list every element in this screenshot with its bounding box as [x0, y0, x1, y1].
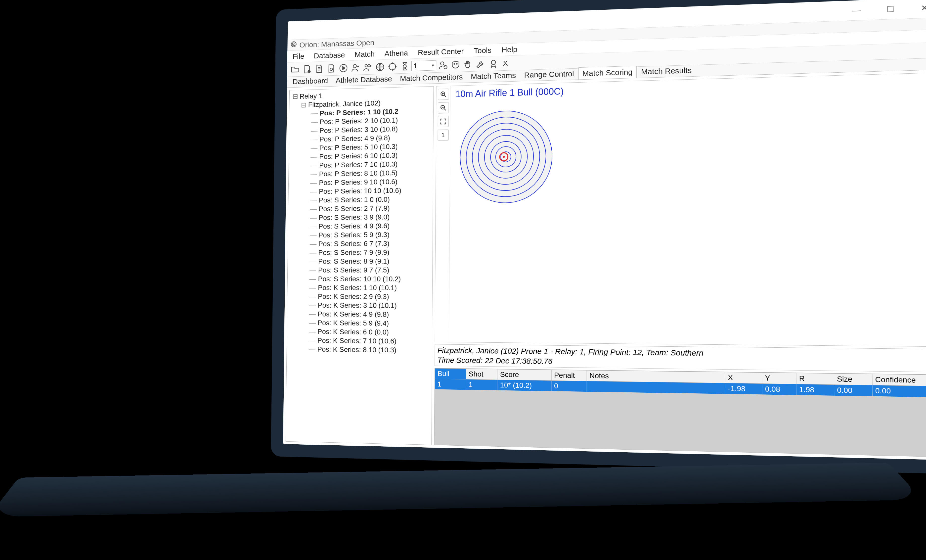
svg-point-4 [330, 68, 333, 70]
open-folder-icon[interactable] [290, 64, 301, 75]
badge-icon[interactable] [487, 58, 499, 70]
tree-shot-item[interactable]: Pos: K Series: 7 10 (10.6) [318, 336, 396, 345]
user-add-icon[interactable] [350, 62, 362, 73]
grid-header-size[interactable]: Size [834, 374, 872, 385]
shot-grid[interactable]: BullShotScorePenaltNotesXYRSizeConfidenc… [434, 368, 926, 457]
tab-match-scoring[interactable]: Match Scoring [578, 66, 637, 79]
tree-root-label[interactable]: Relay 1 [300, 92, 322, 100]
target-icon [291, 41, 297, 50]
tab-match-competitors[interactable]: Match Competitors [396, 71, 467, 84]
tab-dashboard[interactable]: Dashboard [289, 74, 331, 87]
toolbar-x-label: X [503, 59, 508, 67]
grid-header-score[interactable]: Score [498, 369, 551, 381]
new-file-icon[interactable] [301, 63, 313, 75]
grid-header-x[interactable]: X [725, 372, 762, 383]
close-button[interactable]: ✕ [907, 0, 926, 19]
tree-shot-item[interactable]: Pos: P Series: 8 10 (10.5) [319, 169, 398, 178]
tree-shot-item[interactable]: Pos: P Series: 5 10 (10.3) [319, 142, 398, 152]
grid-cell: 10* (10.2) [498, 380, 551, 391]
document-icon[interactable] [313, 63, 325, 74]
tree-shot-item[interactable]: Pos: P Series: 6 10 (10.3) [319, 151, 398, 160]
tab-match-results[interactable]: Match Results [637, 64, 696, 78]
tree-shot-item[interactable]: Pos: K Series: 3 10 (10.1) [318, 301, 397, 310]
grid-cell: 0.00 [834, 385, 872, 397]
settings-file-icon[interactable] [326, 62, 337, 74]
tree-shot-item[interactable]: Pos: P Series: 2 10 (10.1) [319, 116, 398, 126]
target-page-button[interactable]: 1 [437, 130, 449, 141]
globe-icon[interactable] [374, 61, 386, 73]
app-title-text: Orion: Manassas Open [299, 38, 374, 49]
tree-shot-item[interactable]: Pos: K Series: 4 9 (9.8) [318, 310, 389, 318]
tab-match-teams[interactable]: Match Teams [467, 69, 520, 83]
crosshair-icon[interactable] [387, 61, 398, 73]
svg-point-12 [454, 64, 455, 64]
tree-shot-item[interactable]: Pos: S Series: 9 7 (7.5) [318, 266, 389, 274]
tree-shot-item[interactable]: Pos: P Series: 7 10 (10.3) [319, 160, 398, 169]
grid-header-shot[interactable]: Shot [466, 369, 498, 380]
tree-shot-item[interactable]: Pos: S Series: 1 0 (0.0) [319, 195, 390, 204]
target-page-label: 1 [441, 132, 445, 139]
zoom-in-button[interactable] [438, 89, 449, 100]
svg-point-6 [353, 64, 357, 68]
tree-shot-item[interactable]: Pos: K Series: 2 9 (9.3) [318, 292, 389, 300]
menu-result-center[interactable]: Result Center [416, 46, 466, 58]
tree-shot-item[interactable]: Pos: P Series: 1 10 (10.2 [320, 107, 398, 117]
grid-header-confidence[interactable]: Confidence [872, 374, 926, 386]
maximize-button[interactable]: ☐ [873, 0, 907, 20]
grid-cell: 1.98 [796, 384, 834, 396]
wrench-icon[interactable] [475, 58, 487, 70]
grid-header-r[interactable]: R [796, 373, 834, 385]
grid-cell [587, 381, 725, 394]
target-pane: 1 10m Air Rifle 1 Bull (000C) [435, 73, 926, 347]
tab-range-control[interactable]: Range Control [520, 67, 578, 81]
tab-athlete-database[interactable]: Athlete Database [332, 73, 396, 86]
tree-shot-item[interactable]: Pos: S Series: 8 9 (9.1) [318, 257, 389, 265]
svg-point-2 [294, 44, 294, 45]
menu-help[interactable]: Help [500, 44, 519, 55]
grid-header-y[interactable]: Y [762, 372, 796, 384]
tree-shot-item[interactable]: Pos: P Series: 9 10 (10.6) [319, 178, 398, 187]
hourglass-icon[interactable] [399, 60, 410, 72]
fullscreen-button[interactable] [437, 116, 449, 127]
svg-point-14 [491, 60, 495, 64]
tree-shot-item[interactable]: Pos: K Series: 6 0 (0.0) [318, 328, 389, 336]
tree-shot-item[interactable]: Pos: S Series: 3 9 (9.0) [319, 213, 390, 222]
tree-shot-item[interactable]: Pos: S Series: 7 9 (9.9) [318, 248, 389, 256]
menu-file[interactable]: File [291, 51, 306, 62]
tree-shot-item[interactable]: Pos: P Series: 10 10 (10.6) [319, 186, 401, 195]
menu-athena[interactable]: Athena [383, 47, 410, 59]
hand-icon[interactable] [462, 58, 474, 70]
menu-match[interactable]: Match [353, 48, 377, 60]
grid-header-bull[interactable]: Bull [435, 368, 466, 379]
tree-shot-item[interactable]: Pos: S Series: 10 10 (10.2) [318, 275, 401, 283]
tree-shot-item[interactable]: Pos: K Series: 8 10 (10.3) [317, 345, 396, 354]
tree-shot-item[interactable]: Pos: P Series: 4 9 (9.8) [319, 134, 390, 143]
menu-database[interactable]: Database [312, 50, 347, 61]
grid-cell: -1.98 [725, 383, 762, 394]
minimize-button[interactable]: — [840, 0, 873, 21]
grid-cell: 0.00 [872, 385, 926, 397]
tree-shot-item[interactable]: Pos: K Series: 1 10 (10.1) [318, 284, 397, 292]
menu-tools[interactable]: Tools [472, 45, 494, 56]
user-refresh-icon[interactable] [437, 59, 449, 71]
tree-shooter-label[interactable]: Fitzpatrick, Janice (102) [308, 99, 380, 109]
laptop-keyboard [0, 463, 922, 517]
tree-shot-item[interactable]: Pos: S Series: 4 9 (9.6) [318, 222, 390, 230]
shot-tree[interactable]: ⊟ Relay 1⊟ Fitzpatrick, Janice (102)— Po… [286, 86, 434, 445]
svg-point-7 [365, 64, 368, 67]
tree-shot-item[interactable]: Pos: K Series: 5 9 (9.4) [318, 319, 389, 327]
zoom-out-button[interactable] [438, 102, 449, 114]
tree-shot-item[interactable]: Pos: P Series: 3 10 (10.8) [319, 125, 398, 135]
tree-shot-item[interactable]: Pos: S Series: 2 7 (7.9) [319, 204, 390, 213]
target-view[interactable]: 10m Air Rifle 1 Bull (000C) [449, 73, 926, 347]
grid-header-penalt[interactable]: Penalt [551, 370, 587, 381]
tree-shot-item[interactable]: Pos: S Series: 5 9 (9.3) [318, 231, 390, 239]
mask-icon[interactable] [450, 59, 461, 71]
target-graphic [455, 105, 557, 208]
play-icon[interactable] [338, 62, 349, 74]
tree-shot-item[interactable]: Pos: S Series: 6 7 (7.3) [318, 239, 390, 248]
relay-combo[interactable]: 1 ▾ [412, 60, 436, 71]
svg-point-8 [368, 64, 371, 67]
grid-cell: 1 [435, 379, 466, 390]
users-add-icon[interactable] [362, 61, 374, 73]
